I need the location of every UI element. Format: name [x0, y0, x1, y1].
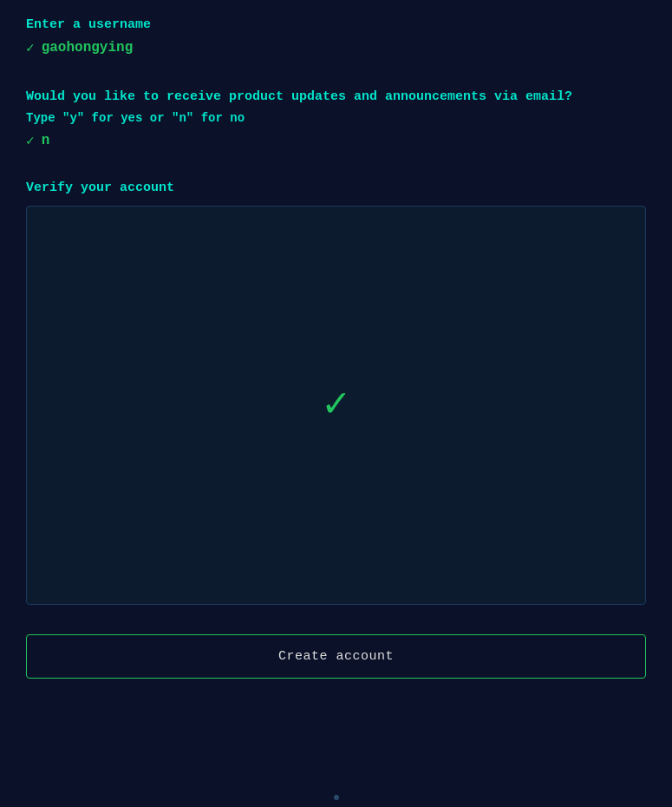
- verify-label: Verify your account: [26, 180, 646, 195]
- main-container: Enter a username ✓ gaohongying Would you…: [0, 0, 672, 807]
- email-value: n: [42, 133, 50, 148]
- email-question: Would you like to receive product update…: [26, 88, 646, 108]
- email-section: Would you like to receive product update…: [26, 88, 646, 165]
- username-section: Enter a username ✓ gaohongying: [26, 17, 646, 72]
- verify-checkmark-icon: ✓: [323, 384, 349, 426]
- email-checkmark: ✓: [26, 132, 35, 149]
- username-label: Enter a username: [26, 17, 646, 32]
- username-checkmark: ✓: [26, 39, 35, 56]
- username-value: gaohongying: [42, 40, 134, 56]
- email-value-row: ✓ n: [26, 132, 646, 149]
- username-value-row: ✓ gaohongying: [26, 39, 646, 56]
- email-question-block: Would you like to receive product update…: [26, 88, 646, 125]
- bottom-indicator: [334, 795, 339, 800]
- create-account-button[interactable]: Create account: [26, 634, 646, 679]
- email-instruction: Type "y" for yes or "n" for no: [26, 111, 646, 125]
- verify-section: Verify your account ✓: [26, 180, 646, 619]
- verify-box: ✓: [26, 206, 646, 605]
